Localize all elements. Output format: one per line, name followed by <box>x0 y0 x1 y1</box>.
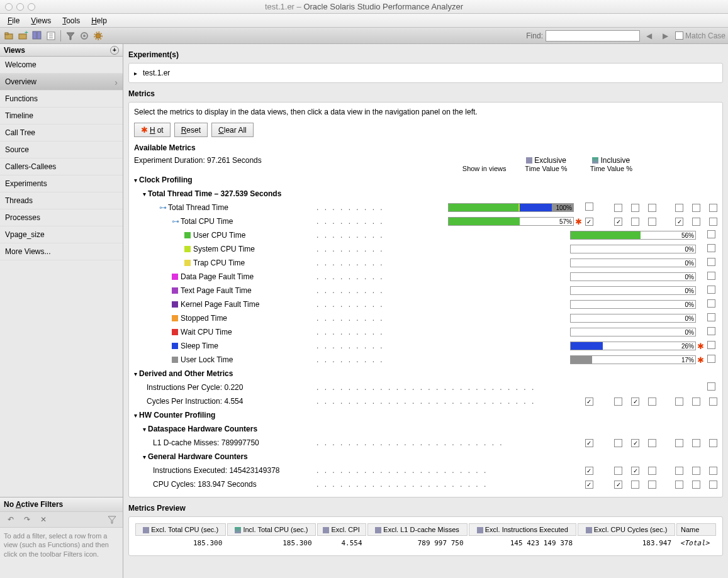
add-view-icon[interactable]: + <box>110 46 119 55</box>
checkbox[interactable] <box>692 439 700 447</box>
checkbox[interactable] <box>675 218 683 226</box>
checkbox[interactable] <box>709 439 717 447</box>
find-prev-icon[interactable]: ◀ <box>644 30 655 42</box>
checkbox[interactable] <box>709 204 717 212</box>
col-header[interactable]: Excl. L1 D-cache Misses <box>367 523 468 536</box>
menu-tools[interactable]: Tools <box>57 15 85 26</box>
chevron-down-icon[interactable]: ▾ <box>143 191 146 197</box>
checkbox[interactable] <box>707 382 715 391</box>
experiment-item[interactable]: ▸ test.1.er <box>134 69 717 77</box>
checkbox[interactable] <box>692 397 700 406</box>
checkbox[interactable] <box>631 439 639 447</box>
clear-all-button[interactable]: Clear All <box>211 123 254 137</box>
find-next-icon[interactable]: ▶ <box>660 30 671 42</box>
col-header[interactable]: Excl. CPU Cycles (sec.) <box>578 523 675 536</box>
chevron-down-icon[interactable]: ▾ <box>143 426 146 433</box>
menu-help[interactable]: Help <box>86 15 112 26</box>
nav-item-welcome[interactable]: Welcome <box>0 57 123 74</box>
checkbox[interactable] <box>709 397 717 406</box>
checkbox[interactable] <box>614 481 622 489</box>
chevron-right-icon[interactable]: ▸ <box>134 70 137 77</box>
checkbox[interactable] <box>692 204 700 212</box>
checkbox[interactable] <box>631 481 639 489</box>
nav-item-timeline[interactable]: Timeline <box>0 108 123 125</box>
checkbox[interactable] <box>631 467 639 475</box>
checkbox[interactable] <box>692 467 700 475</box>
checkbox[interactable] <box>709 218 717 226</box>
checkbox[interactable] <box>709 481 717 489</box>
menu-file[interactable]: File <box>3 15 25 26</box>
checkbox[interactable] <box>585 439 593 447</box>
checkbox[interactable] <box>648 467 656 475</box>
checkbox[interactable] <box>692 481 700 489</box>
checkbox[interactable] <box>614 397 622 406</box>
col-header[interactable]: Excl. Instructions Executed <box>469 523 577 536</box>
checkbox[interactable] <box>707 355 715 363</box>
checkbox[interactable] <box>585 397 593 406</box>
gear-icon[interactable] <box>92 30 104 42</box>
match-case[interactable]: Match Case <box>675 31 725 40</box>
checkbox[interactable] <box>692 218 700 226</box>
checkbox[interactable] <box>648 204 656 212</box>
undo-icon[interactable]: ↶ <box>5 514 16 525</box>
checkbox[interactable] <box>631 204 639 212</box>
checkbox[interactable] <box>631 397 639 406</box>
nav-item-call-tree[interactable]: Call Tree <box>0 125 123 142</box>
checkbox[interactable] <box>585 467 593 475</box>
checkbox[interactable] <box>707 258 715 266</box>
menu-views[interactable]: Views <box>26 15 56 26</box>
checkbox[interactable] <box>707 299 715 308</box>
chevron-down-icon[interactable]: ▾ <box>143 453 146 460</box>
checkbox[interactable] <box>585 203 593 211</box>
checkbox[interactable] <box>614 204 622 212</box>
checkbox[interactable] <box>648 218 656 226</box>
nav-item-threads[interactable]: Threads <box>0 192 123 209</box>
filter-icon[interactable] <box>65 30 76 42</box>
checkbox[interactable] <box>675 397 683 406</box>
chevron-down-icon[interactable]: ▾ <box>134 412 137 419</box>
filter-icon[interactable] <box>106 514 118 525</box>
checkbox[interactable] <box>631 218 639 226</box>
checkbox[interactable] <box>707 341 715 349</box>
open-icon[interactable] <box>4 30 15 42</box>
nav-item-processes[interactable]: Processes <box>0 209 123 226</box>
add-icon[interactable]: + <box>18 30 29 42</box>
export-icon[interactable] <box>45 30 57 42</box>
nav-item-callers-callees[interactable]: Callers-Callees <box>0 158 123 175</box>
nav-item-vpage-size[interactable]: Vpage_size <box>0 226 123 243</box>
checkbox[interactable] <box>707 327 715 335</box>
nav-item-functions[interactable]: Functions <box>0 91 123 108</box>
settings-icon[interactable] <box>79 30 90 42</box>
checkbox[interactable] <box>675 204 683 212</box>
checkbox[interactable] <box>709 467 717 475</box>
checkbox[interactable] <box>648 439 656 447</box>
checkbox[interactable] <box>675 467 683 475</box>
checkbox[interactable] <box>707 272 715 280</box>
checkbox[interactable] <box>614 439 622 447</box>
hot-button[interactable]: ✱ Hot <box>134 123 171 137</box>
checkbox[interactable] <box>707 244 715 252</box>
reset-button[interactable]: Reset <box>174 123 208 137</box>
nav-item-experiments[interactable]: Experiments <box>0 175 123 192</box>
checkbox[interactable] <box>585 481 593 489</box>
checkbox[interactable] <box>648 397 656 406</box>
nav-item-source[interactable]: Source <box>0 142 123 158</box>
checkbox[interactable] <box>707 313 715 321</box>
checkbox[interactable] <box>648 481 656 489</box>
checkbox[interactable] <box>675 481 683 489</box>
checkbox[interactable] <box>614 467 622 475</box>
find-input[interactable] <box>546 30 640 42</box>
col-header[interactable]: Excl. Total CPU (sec.) <box>135 523 226 536</box>
delete-icon[interactable]: ✕ <box>38 514 49 525</box>
checkbox[interactable] <box>585 218 593 226</box>
col-header[interactable]: Name <box>676 523 716 536</box>
checkbox[interactable] <box>675 439 683 447</box>
checkbox[interactable] <box>614 218 622 226</box>
redo-icon[interactable]: ↷ <box>21 514 33 525</box>
checkbox[interactable] <box>707 286 715 294</box>
checkbox[interactable] <box>707 230 715 238</box>
col-header[interactable]: Excl. CPI <box>317 523 366 536</box>
nav-item-more-views-[interactable]: More Views... <box>0 243 123 260</box>
chevron-down-icon[interactable]: ▾ <box>134 370 137 377</box>
chevron-down-icon[interactable]: ▾ <box>134 177 137 184</box>
